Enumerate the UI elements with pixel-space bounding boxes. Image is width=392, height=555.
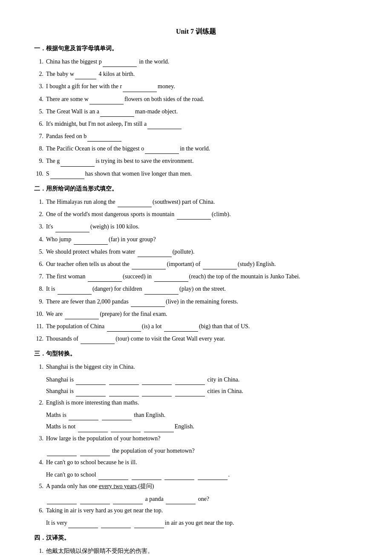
section3-header: 三．句型转换。 xyxy=(34,348,358,359)
blank xyxy=(134,528,164,528)
blank xyxy=(203,269,237,269)
blank xyxy=(76,384,106,385)
blank xyxy=(89,104,124,104)
list-item: Shanghai is cities in China. xyxy=(46,386,358,396)
blank xyxy=(55,232,89,232)
blank xyxy=(88,281,122,282)
blank xyxy=(65,319,99,319)
list-item: It is very in air as you get near the to… xyxy=(46,517,358,528)
blank xyxy=(107,331,141,332)
blank xyxy=(68,528,98,528)
section4-header: 四．汉译英。 xyxy=(34,532,358,543)
section2-header: 二．用所给词的适当形式填空。 xyxy=(34,183,358,194)
list-item: 3. How large is the population of your h… xyxy=(34,433,358,444)
list-item: 9. There are fewer than 2,000 pandas (li… xyxy=(34,296,358,307)
blank xyxy=(175,396,205,396)
blank xyxy=(109,384,139,385)
blank xyxy=(103,66,137,67)
underlined-text: every two years xyxy=(99,483,137,489)
list-item: 5. The Great Wall is an aman-made object… xyxy=(34,106,358,117)
list-item: 1. 他戴太阳镜以保护眼睛不受阳光的伤害。 xyxy=(34,546,358,555)
list-item: 7. The first woman (succeed) in (reach) … xyxy=(34,271,358,282)
list-item: 2. English is more interesting than math… xyxy=(34,397,358,408)
blank xyxy=(142,396,172,396)
blank xyxy=(175,384,205,385)
blank xyxy=(101,528,131,528)
list-item: 5. A panda only has one every two years.… xyxy=(34,481,358,491)
list-item: 1. The Himalayas run along the (southwes… xyxy=(34,197,358,207)
blank xyxy=(164,331,198,332)
list-item: the population of your hometown? xyxy=(46,445,358,456)
blank xyxy=(69,420,98,420)
blank xyxy=(75,79,96,79)
list-item: 1. Shanghai is the biggest city in China… xyxy=(34,361,358,372)
list-item: 6. Our teacher often tells us about the … xyxy=(34,259,358,269)
blank xyxy=(132,269,166,269)
list-item: He can't go to school . xyxy=(46,469,358,480)
blank xyxy=(144,294,179,295)
list-item: 10. We are (prepare) for the final exam. xyxy=(34,309,358,319)
list-item: 2. The baby w 4 kilos at birth. xyxy=(34,69,358,79)
blank xyxy=(177,219,211,220)
blank xyxy=(80,456,110,456)
blank xyxy=(61,166,95,167)
list-item: 1. China has the biggest p in the world. xyxy=(34,56,358,67)
blank xyxy=(111,432,141,432)
list-item: 3. I bought a gift for her with the rmon… xyxy=(34,81,358,92)
blank xyxy=(123,92,157,92)
blank xyxy=(47,456,77,456)
blank xyxy=(198,480,228,480)
blank xyxy=(164,480,194,480)
list-item: 4. There are some wflowers on both sides… xyxy=(34,94,358,104)
blank xyxy=(118,207,152,207)
list-item: Maths is not English. xyxy=(46,421,358,432)
blank xyxy=(154,281,188,282)
blank xyxy=(87,141,121,142)
list-item: 11. The population of China (is) a lot (… xyxy=(34,321,358,332)
blank xyxy=(132,480,161,480)
list-item: 7. Pandas feed on b xyxy=(34,131,358,142)
list-item: 4. He can't go to school because he is i… xyxy=(34,457,358,468)
list-item: a panda one? xyxy=(46,494,358,504)
list-item: Maths is than English. xyxy=(46,410,358,420)
blank xyxy=(74,244,108,245)
list-item: 8. The Pacific Ocean is one of the bigge… xyxy=(34,143,358,154)
blank xyxy=(80,504,110,504)
blank xyxy=(50,179,84,179)
blank xyxy=(78,432,108,432)
list-item: 3. It's (weigh) is 100 kilos. xyxy=(34,221,358,232)
blank xyxy=(145,153,179,154)
blank xyxy=(58,294,92,295)
blank xyxy=(166,504,196,504)
blank xyxy=(76,396,106,396)
section1-header: 一．根据句意及首字母填单词。 xyxy=(34,43,358,54)
blank xyxy=(109,396,139,396)
list-item: 10. Shas shown that women live longer th… xyxy=(34,168,358,179)
blank xyxy=(98,480,128,480)
blank xyxy=(131,306,165,307)
blank xyxy=(102,420,132,420)
blank xyxy=(100,116,134,117)
list-item: 8. It is (danger) for children (play) on… xyxy=(34,283,358,294)
list-item: Shanghai is city in China. xyxy=(46,374,358,385)
list-item: 6. It's midnight, but I'm not asleep, I'… xyxy=(34,119,358,129)
list-item: 6. Taking in air is very hard as you get… xyxy=(34,505,358,516)
list-item: 2. One of the world's most dangerous spo… xyxy=(34,209,358,220)
blank xyxy=(144,432,174,432)
page-title: Unit 7 训练题 xyxy=(34,26,358,38)
list-item: 4. Who jump (far) in your group? xyxy=(34,234,358,245)
blank xyxy=(47,504,77,504)
blank xyxy=(113,504,143,504)
list-item: 5. We should protect whales from water (… xyxy=(34,246,358,257)
blank xyxy=(147,129,182,129)
blank xyxy=(81,344,115,344)
list-item: 9. The gis trying its best to save the e… xyxy=(34,156,358,166)
blank xyxy=(138,257,172,257)
blank xyxy=(142,384,172,385)
list-item: 12. Thousands of (tour) come to visit th… xyxy=(34,333,358,344)
